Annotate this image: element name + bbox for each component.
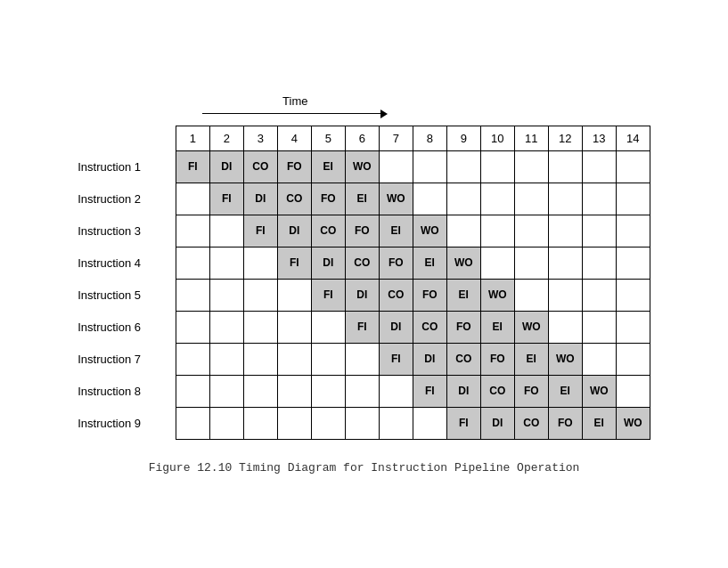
- cell-inst1-col13: [582, 150, 616, 183]
- cell-inst1-col8: [413, 150, 446, 183]
- col-header-11: 11: [514, 126, 548, 150]
- diagram-wrapper: Time 1234567891011121314 Instruction 1FI…: [78, 94, 650, 475]
- cell-inst7-col6: [345, 343, 379, 375]
- cell-inst8-col8: FI: [413, 375, 446, 407]
- cell-inst2-col3: DI: [243, 183, 277, 215]
- cell-inst9-col6: [345, 407, 379, 439]
- cell-inst6-col2: [209, 311, 243, 343]
- cell-inst5-col1: [176, 279, 209, 311]
- cell-inst1-col12: [548, 150, 582, 183]
- cell-inst2-col12: [548, 183, 582, 215]
- cell-inst2-col9: [446, 183, 480, 215]
- cell-inst8-col7: [379, 375, 413, 407]
- col-header-7: 7: [379, 126, 413, 150]
- cell-inst2-col5: FO: [311, 183, 345, 215]
- cell-inst9-col7: [379, 407, 413, 439]
- cell-inst1-col4: FO: [277, 150, 311, 183]
- cell-inst4-col12: [548, 247, 582, 279]
- cell-inst4-col4: FI: [277, 247, 311, 279]
- instruction-label-3: Instruction 3: [78, 215, 176, 247]
- cell-inst5-col14: [616, 279, 650, 311]
- col-header-8: 8: [413, 126, 446, 150]
- cell-inst3-col2: [209, 215, 243, 247]
- instruction-row-2: Instruction 2FIDICOFOEIWO: [78, 183, 650, 215]
- cell-inst3-col11: [514, 215, 548, 247]
- cell-inst4-col1: [176, 247, 209, 279]
- cell-inst4-col9: WO: [446, 247, 480, 279]
- cell-inst3-col6: FO: [345, 215, 379, 247]
- instruction-row-5: Instruction 5FIDICOFOEIWO: [78, 279, 650, 311]
- cell-inst5-col8: FO: [413, 279, 446, 311]
- cell-inst1-col1: FI: [176, 150, 209, 183]
- cell-inst2-col14: [616, 183, 650, 215]
- cell-inst2-col2: FI: [209, 183, 243, 215]
- cell-inst3-col8: WO: [413, 215, 446, 247]
- cell-inst3-col12: [548, 215, 582, 247]
- cell-inst6-col13: [582, 311, 616, 343]
- cell-inst4-col10: [480, 247, 514, 279]
- cell-inst9-col11: CO: [514, 407, 548, 439]
- instruction-row-8: Instruction 8FIDICOFOEIWO: [78, 375, 650, 407]
- cell-inst4-col3: [243, 247, 277, 279]
- cell-inst7-col14: [616, 343, 650, 375]
- cell-inst8-col13: WO: [582, 375, 616, 407]
- col-header-2: 2: [209, 126, 243, 150]
- cell-inst8-col9: DI: [446, 375, 480, 407]
- cell-inst1-col10: [480, 150, 514, 183]
- cell-inst9-col8: [413, 407, 446, 439]
- cell-inst2-col6: EI: [345, 183, 379, 215]
- cell-inst3-col13: [582, 215, 616, 247]
- cell-inst1-col5: EI: [311, 150, 345, 183]
- col-header-10: 10: [480, 126, 514, 150]
- cell-inst5-col7: CO: [379, 279, 413, 311]
- cell-inst9-col5: [311, 407, 345, 439]
- col-header-1: 1: [176, 126, 209, 150]
- arrow-line: [202, 110, 388, 118]
- instruction-label-5: Instruction 5: [78, 279, 176, 311]
- cell-inst5-col9: EI: [446, 279, 480, 311]
- cell-inst8-col12: EI: [548, 375, 582, 407]
- cell-inst4-col2: [209, 247, 243, 279]
- col-header-14: 14: [616, 126, 650, 150]
- cell-inst3-col1: [176, 215, 209, 247]
- cell-inst9-col3: [243, 407, 277, 439]
- cell-inst9-col2: [209, 407, 243, 439]
- cell-inst8-col6: [345, 375, 379, 407]
- pipeline-table: 1234567891011121314 Instruction 1FIDICOF…: [78, 126, 650, 440]
- instruction-label-8: Instruction 8: [78, 375, 176, 407]
- cell-inst6-col11: WO: [514, 311, 548, 343]
- column-header-row: 1234567891011121314: [78, 126, 650, 150]
- instruction-label-1: Instruction 1: [78, 150, 176, 183]
- cell-inst5-col11: [514, 279, 548, 311]
- cell-inst1-col2: DI: [209, 150, 243, 183]
- cell-inst2-col8: [413, 183, 446, 215]
- instruction-row-3: Instruction 3FIDICOFOEIWO: [78, 215, 650, 247]
- cell-inst7-col2: [209, 343, 243, 375]
- cell-inst7-col9: CO: [446, 343, 480, 375]
- cell-inst2-col4: CO: [277, 183, 311, 215]
- instruction-row-7: Instruction 7FIDICOFOEIWO: [78, 343, 650, 375]
- instruction-row-1: Instruction 1FIDICOFOEIWO: [78, 150, 650, 183]
- cell-inst7-col5: [311, 343, 345, 375]
- cell-inst9-col14: WO: [616, 407, 650, 439]
- header-label-col: [78, 126, 176, 150]
- cell-inst2-col7: WO: [379, 183, 413, 215]
- cell-inst4-col6: CO: [345, 247, 379, 279]
- cell-inst4-col5: DI: [311, 247, 345, 279]
- cell-inst9-col12: FO: [548, 407, 582, 439]
- cell-inst7-col12: WO: [548, 343, 582, 375]
- cell-inst4-col7: FO: [379, 247, 413, 279]
- cell-inst6-col8: CO: [413, 311, 446, 343]
- cell-inst7-col1: [176, 343, 209, 375]
- cell-inst3-col14: [616, 215, 650, 247]
- cell-inst7-col11: EI: [514, 343, 548, 375]
- instruction-label-2: Instruction 2: [78, 183, 176, 215]
- time-label: Time: [282, 94, 307, 108]
- cell-inst6-col1: [176, 311, 209, 343]
- cell-inst8-col1: [176, 375, 209, 407]
- cell-inst7-col13: [582, 343, 616, 375]
- cell-inst5-col3: [243, 279, 277, 311]
- cell-inst8-col3: [243, 375, 277, 407]
- cell-inst8-col2: [209, 375, 243, 407]
- cell-inst5-col5: FI: [311, 279, 345, 311]
